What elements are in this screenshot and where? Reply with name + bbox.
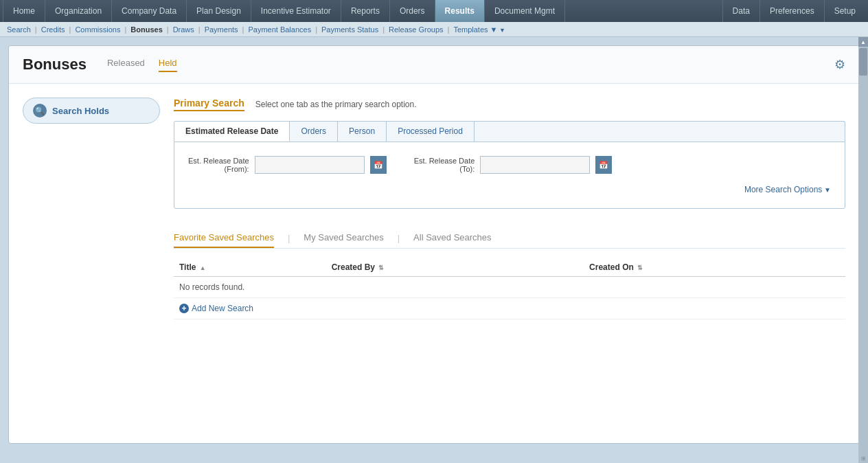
add-new-label: Add New Search: [192, 304, 253, 313]
tab-orders[interactable]: Orders: [290, 122, 338, 142]
tab-held[interactable]: Held: [159, 58, 177, 72]
nav-tab-company-data[interactable]: Company Data: [112, 0, 187, 22]
top-nav-bar: HomeOrganizationCompany DataPlan DesignI…: [0, 0, 868, 22]
sub-nav-item-search[interactable]: Search: [5, 25, 35, 34]
tab-released[interactable]: Released: [107, 58, 145, 72]
nav-right-tab-data[interactable]: Data: [722, 0, 760, 22]
nav-tab-results[interactable]: Results: [435, 0, 485, 22]
est-release-from-input[interactable]: [255, 156, 365, 174]
saved-searches-section: Favorite Saved Searches | My Saved Searc…: [174, 228, 845, 319]
add-new-row: + Add New Search: [174, 298, 845, 319]
nav-tab-plan-design[interactable]: Plan Design: [187, 0, 251, 22]
saved-searches-tab-bar: Favorite Saved Searches | My Saved Searc…: [174, 228, 845, 249]
search-type-tabs: Estimated Release Date Orders Person Pro…: [174, 121, 845, 142]
nav-tab-organization[interactable]: Organization: [45, 0, 112, 22]
sub-nav-item-bonuses[interactable]: Bonuses: [126, 25, 166, 34]
title-sort-icon: ▲: [200, 264, 206, 271]
saved-searches-table: Title ▲ Created By ⇅ Created On: [174, 258, 845, 319]
tab-sep-2: |: [398, 233, 400, 243]
scroll-thumb[interactable]: [859, 48, 867, 76]
sub-nav-item-payment-balances[interactable]: Payment Balances: [244, 25, 315, 34]
main-card: Bonuses Released Held ⚙ 🔍 Search Holds: [8, 45, 860, 444]
no-records-row: No records found.: [174, 277, 845, 298]
nav-tab-orders[interactable]: Orders: [390, 0, 435, 22]
col-created-by[interactable]: Created By ⇅: [326, 258, 584, 277]
col-created-on[interactable]: Created On ⇅: [584, 258, 845, 277]
search-holds-label: Search Holds: [52, 106, 109, 116]
est-release-from-calendar-button[interactable]: 📅: [370, 156, 387, 174]
tab-favorite-saved-searches[interactable]: Favorite Saved Searches: [174, 228, 274, 248]
more-search-options-link[interactable]: More Search Options: [188, 185, 831, 194]
card-body: 🔍 Search Holds Primary Search Select one…: [9, 84, 859, 333]
col-title[interactable]: Title ▲: [174, 258, 326, 277]
nav-tab-home[interactable]: Home: [3, 0, 45, 22]
card-tab-bar: Released Held: [107, 58, 834, 72]
tab-estimated-release-date[interactable]: Estimated Release Date: [174, 122, 290, 142]
primary-search-header: Primary Search Select one tab as the pri…: [174, 98, 845, 111]
primary-search-label: Primary Search: [174, 98, 244, 111]
search-holds-button[interactable]: 🔍 Search Holds: [23, 98, 160, 124]
tab-my-saved-searches[interactable]: My Saved Searches: [304, 228, 383, 248]
created-by-sort-icon: ⇅: [378, 264, 384, 271]
sub-nav-item-draws[interactable]: Draws: [169, 25, 198, 34]
main-content-area: Bonuses Released Held ⚙ 🔍 Search Holds: [0, 37, 868, 463]
scroll-up-button[interactable]: ▲: [858, 37, 868, 47]
sub-nav-bar: Search | Credits | Commissions | Bonuses…: [0, 22, 868, 37]
est-release-to-input[interactable]: [480, 156, 590, 174]
est-release-from-group: Est. Release Date(From): 📅: [188, 156, 387, 174]
sub-nav-item-templates[interactable]: Templates ▼: [449, 25, 510, 34]
est-release-from-label: Est. Release Date(From):: [188, 157, 249, 173]
est-release-to-group: Est. Release Date(To): 📅: [414, 156, 613, 174]
resize-handle[interactable]: ⊞: [858, 453, 868, 463]
tab-processed-period[interactable]: Processed Period: [387, 122, 475, 142]
tab-person[interactable]: Person: [338, 122, 387, 142]
est-release-to-label: Est. Release Date(To):: [414, 157, 475, 173]
search-form-box: Est. Release Date(From): 📅 Est. Release …: [174, 142, 845, 209]
sub-nav-item-commissions[interactable]: Commissions: [71, 25, 124, 34]
card-header: Bonuses Released Held ⚙: [9, 46, 859, 84]
add-icon: +: [179, 304, 189, 313]
nav-tab-incentive-estimator[interactable]: Incentive Estimator: [251, 0, 341, 22]
nav-tab-reports[interactable]: Reports: [341, 0, 390, 22]
right-content: Primary Search Select one tab as the pri…: [174, 98, 845, 319]
sub-nav-item-payments-status[interactable]: Payments Status: [317, 25, 382, 34]
page-title: Bonuses: [23, 56, 87, 74]
est-release-to-calendar-button[interactable]: 📅: [595, 156, 612, 174]
created-on-sort-icon: ⇅: [637, 264, 643, 271]
sub-nav-item-release-groups[interactable]: Release Groups: [385, 25, 448, 34]
tab-sep-1: |: [288, 233, 290, 243]
search-fields-row: Est. Release Date(From): 📅 Est. Release …: [188, 156, 831, 174]
sidebar: 🔍 Search Holds: [23, 98, 160, 319]
sub-nav-item-credits[interactable]: Credits: [37, 25, 69, 34]
gear-icon[interactable]: ⚙: [834, 57, 845, 72]
nav-right-tab-preferences[interactable]: Preferences: [760, 0, 824, 22]
no-records-cell: No records found.: [174, 277, 845, 298]
tab-all-saved-searches[interactable]: All Saved Searches: [413, 228, 491, 248]
nav-right-tab-setup[interactable]: Setup: [824, 0, 865, 22]
add-new-search-link[interactable]: + Add New Search: [179, 304, 840, 313]
search-icon: 🔍: [33, 104, 47, 117]
primary-search-hint: Select one tab as the primary search opt…: [255, 100, 417, 109]
sub-nav-item-payments[interactable]: Payments: [201, 25, 242, 34]
nav-tab-document-mgmt[interactable]: Document Mgmt: [485, 0, 565, 22]
scrollbar[interactable]: ▲ ▼: [858, 37, 868, 463]
